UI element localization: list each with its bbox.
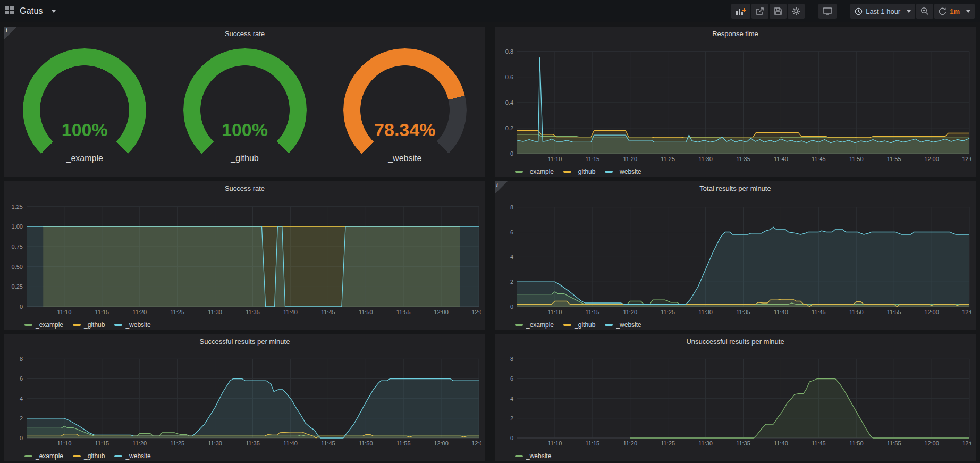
panel-title[interactable]: Successful results per minute [4, 334, 485, 349]
svg-text:1.25: 1.25 [12, 204, 23, 210]
panel-info-icon[interactable]: i [4, 27, 17, 39]
svg-text:6: 6 [20, 375, 23, 382]
svg-text:0.50: 0.50 [12, 264, 23, 270]
panel-title[interactable]: Total results per minute [495, 181, 976, 196]
svg-text:11:25: 11:25 [661, 440, 675, 447]
svg-text:12:05: 12:05 [962, 309, 971, 315]
refresh-caret-icon [966, 10, 970, 13]
svg-text:11:10: 11:10 [548, 309, 562, 315]
svg-text:2: 2 [20, 415, 23, 422]
svg-text:11:40: 11:40 [774, 440, 788, 447]
gauge-_github: 100%_github [165, 42, 325, 174]
refresh-button[interactable]: 1m [934, 4, 975, 19]
svg-text:11:15: 11:15 [95, 309, 109, 315]
svg-text:11:50: 11:50 [359, 309, 373, 315]
dashboard-caret-icon[interactable] [52, 10, 56, 13]
legend-color-swatch [73, 455, 81, 457]
svg-text:11:10: 11:10 [57, 440, 72, 447]
legend-item-_website[interactable]: _website [114, 321, 150, 329]
legend-item-_example[interactable]: _example [24, 452, 63, 460]
zoom-out-button[interactable] [916, 4, 933, 19]
svg-text:12:00: 12:00 [924, 309, 939, 315]
legend-item-_website[interactable]: _website [605, 168, 641, 175]
dashboard-grid-icon[interactable] [5, 6, 14, 17]
successful-results-chart[interactable]: 11:1011:1511:2011:2511:3011:3511:4011:45… [7, 350, 481, 449]
unsuccessful-results-chart[interactable]: 11:1011:1511:2011:2511:3011:3511:4011:45… [498, 350, 971, 449]
panel-title[interactable]: Response time [495, 27, 976, 41]
legend-item-_github[interactable]: _github [563, 321, 595, 329]
svg-text:12:00: 12:00 [924, 156, 939, 162]
legend-color-swatch [605, 171, 613, 173]
svg-text:0.6: 0.6 [505, 74, 513, 80]
success-rate-chart[interactable]: 11:1011:1511:2011:2511:3011:3511:4011:45… [7, 197, 481, 317]
svg-text:2: 2 [510, 415, 513, 422]
time-range-picker[interactable]: Last 1 hour [850, 4, 915, 19]
legend-label: _github [84, 321, 105, 329]
legend-color-swatch [605, 324, 613, 326]
total-results-chart[interactable]: 11:1011:1511:2011:2511:3011:3511:4011:45… [498, 197, 971, 317]
svg-text:11:50: 11:50 [849, 309, 864, 315]
svg-text:11:25: 11:25 [170, 440, 184, 447]
add-panel-button[interactable] [731, 4, 750, 19]
svg-text:11:25: 11:25 [170, 309, 184, 315]
panel-title[interactable]: Success rate [4, 27, 485, 41]
settings-button[interactable] [788, 4, 805, 19]
svg-text:11:30: 11:30 [208, 440, 222, 447]
svg-text:11:10: 11:10 [548, 156, 562, 162]
svg-text:11:30: 11:30 [698, 440, 713, 447]
svg-text:4: 4 [510, 395, 513, 402]
save-button[interactable] [770, 4, 787, 19]
svg-text:8: 8 [510, 204, 513, 211]
legend-item-_example[interactable]: _example [24, 321, 63, 329]
tv-mode-button[interactable] [818, 4, 837, 19]
svg-text:0: 0 [510, 435, 513, 441]
gauge-value: 78.34% [325, 120, 485, 140]
panel-title[interactable]: Unsuccessful results per minute [495, 334, 976, 349]
svg-text:11:25: 11:25 [661, 156, 675, 162]
svg-text:11:15: 11:15 [585, 309, 599, 315]
svg-text:11:35: 11:35 [736, 156, 750, 162]
dashboard-grid: i Success rate 100%_example100%_github78… [4, 27, 976, 461]
response-time-chart[interactable]: 11:1011:1511:2011:2511:3011:3511:4011:45… [498, 42, 971, 164]
legend-item-_website[interactable]: _website [114, 452, 150, 460]
panel-total-results: i Total results per minute 11:1011:1511:… [495, 181, 976, 330]
svg-text:0.75: 0.75 [12, 243, 23, 250]
legend-item-_github[interactable]: _github [73, 321, 105, 329]
svg-text:4: 4 [510, 254, 513, 260]
svg-text:11:55: 11:55 [887, 440, 901, 447]
svg-text:11:55: 11:55 [396, 440, 411, 447]
legend-label: _website [125, 321, 150, 329]
panel-response-time: Response time 11:1011:1511:2011:2511:301… [495, 27, 976, 177]
svg-text:0: 0 [20, 304, 23, 310]
legend-item-_website[interactable]: _website [515, 452, 551, 460]
share-button[interactable] [751, 4, 768, 19]
svg-text:0.4: 0.4 [505, 99, 513, 106]
legend-item-_example[interactable]: _example [515, 321, 554, 329]
legend-color-swatch [24, 324, 32, 326]
legend-color-swatch [24, 455, 32, 457]
svg-text:11:55: 11:55 [887, 309, 901, 315]
svg-text:6: 6 [510, 375, 513, 382]
legend-item-_github[interactable]: _github [563, 168, 595, 175]
panel-title[interactable]: Success rate [4, 181, 485, 196]
svg-text:11:20: 11:20 [623, 309, 637, 315]
legend-label: _example [36, 452, 63, 460]
dashboard-title[interactable]: Gatus [20, 6, 43, 16]
navbar: Gatus Last 1 hour [0, 0, 980, 22]
svg-text:11:50: 11:50 [849, 156, 864, 162]
legend-item-_website[interactable]: _website [605, 321, 641, 329]
legend-label: _example [526, 168, 554, 175]
svg-text:4: 4 [20, 395, 23, 402]
legend-color-swatch [563, 324, 571, 326]
svg-text:12:00: 12:00 [434, 440, 449, 447]
panel-info-icon[interactable]: i [495, 181, 508, 194]
legend-color-swatch [515, 324, 523, 326]
legend-color-swatch [515, 171, 523, 173]
legend-label: _website [616, 321, 641, 329]
svg-text:8: 8 [510, 356, 513, 362]
svg-text:1.00: 1.00 [12, 223, 23, 230]
svg-text:12:05: 12:05 [962, 440, 971, 447]
legend-item-_example[interactable]: _example [515, 168, 554, 175]
legend-item-_github[interactable]: _github [73, 452, 105, 460]
gauge-_website: 78.34%_website [325, 42, 485, 174]
